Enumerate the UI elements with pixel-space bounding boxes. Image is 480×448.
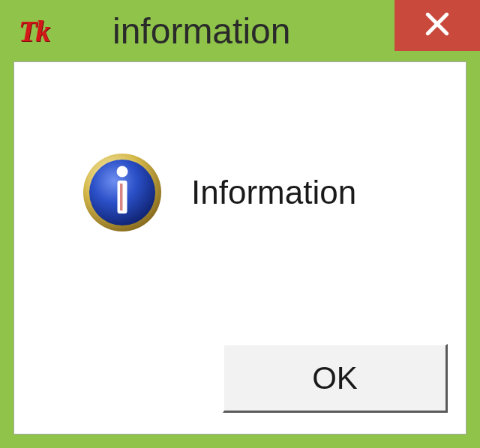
message-row: Information [82, 152, 356, 233]
window-title: information [112, 10, 290, 52]
dialog-message: Information [191, 174, 356, 211]
close-icon [423, 10, 452, 41]
app-icon: Tk [15, 12, 52, 49]
ok-button[interactable]: OK [223, 344, 448, 413]
ok-button-label: OK [312, 360, 358, 396]
app-icon-text: Tk [19, 13, 49, 49]
titlebar: Tk information [0, 0, 480, 61]
info-icon [82, 152, 163, 233]
svg-rect-6 [120, 184, 123, 211]
dialog-content: Information OK [14, 61, 466, 435]
svg-point-4 [117, 166, 128, 178]
close-button[interactable] [394, 0, 480, 51]
